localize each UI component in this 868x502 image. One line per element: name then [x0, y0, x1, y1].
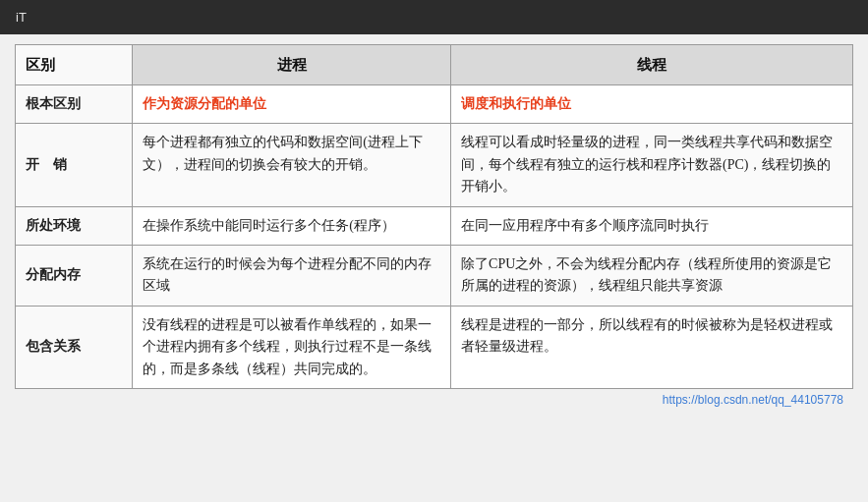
cell-thread: 线程可以看成时轻量级的进程，同一类线程共享代码和数据空间，每个线程有独立的运行栈… [451, 124, 853, 206]
cell-process: 没有线程的进程是可以被看作单线程的，如果一个进程内拥有多个线程，则执行过程不是一… [133, 306, 451, 388]
cell-diff: 所处环境 [16, 206, 133, 245]
cell-process: 系统在运行的时候会为每个进程分配不同的内存区域 [133, 245, 451, 306]
table-row: 所处环境在操作系统中能同时运行多个任务(程序）在同一应用程序中有多个顺序流同时执… [16, 206, 853, 245]
cell-process: 每个进程都有独立的代码和数据空间(进程上下文），进程间的切换会有较大的开销。 [133, 124, 451, 206]
cell-thread: 在同一应用程序中有多个顺序流同时执行 [451, 206, 853, 245]
cell-diff: 开 销 [16, 124, 133, 206]
cell-thread: 线程是进程的一部分，所以线程有的时候被称为是轻权进程或者轻量级进程。 [451, 306, 853, 388]
comparison-table: 区别 进程 线程 根本区别作为资源分配的单位调度和执行的单位开 销每个进程都有独… [15, 44, 853, 389]
header-diff: 区别 [16, 45, 133, 85]
top-bar: iT [0, 0, 868, 34]
cell-process: 在操作系统中能同时运行多个任务(程序） [133, 206, 451, 245]
header-thread: 线程 [451, 45, 853, 85]
table-container: 区别 进程 线程 根本区别作为资源分配的单位调度和执行的单位开 销每个进程都有独… [0, 34, 868, 502]
top-bar-title: iT [16, 10, 27, 25]
table-row: 分配内存系统在运行的时候会为每个进程分配不同的内存区域除了CPU之外，不会为线程… [16, 245, 853, 306]
cell-thread: 除了CPU之外，不会为线程分配内存（线程所使用的资源是它所属的进程的资源），线程… [451, 245, 853, 306]
table-row: 根本区别作为资源分配的单位调度和执行的单位 [16, 85, 853, 124]
cell-diff: 分配内存 [16, 245, 133, 306]
cell-thread: 调度和执行的单位 [451, 85, 853, 124]
watermark: https://blog.csdn.net/qq_44105778 [15, 389, 853, 413]
header-process: 进程 [133, 45, 451, 85]
cell-process: 作为资源分配的单位 [133, 85, 451, 124]
cell-diff: 根本区别 [16, 85, 133, 124]
table-row: 包含关系没有线程的进程是可以被看作单线程的，如果一个进程内拥有多个线程，则执行过… [16, 306, 853, 388]
table-row: 开 销每个进程都有独立的代码和数据空间(进程上下文），进程间的切换会有较大的开销… [16, 124, 853, 206]
page-wrapper: iT 区别 进程 线程 根本区别作为资源分配的单位调度和执行的单位开 销每个进程… [0, 0, 868, 502]
cell-diff: 包含关系 [16, 306, 133, 388]
